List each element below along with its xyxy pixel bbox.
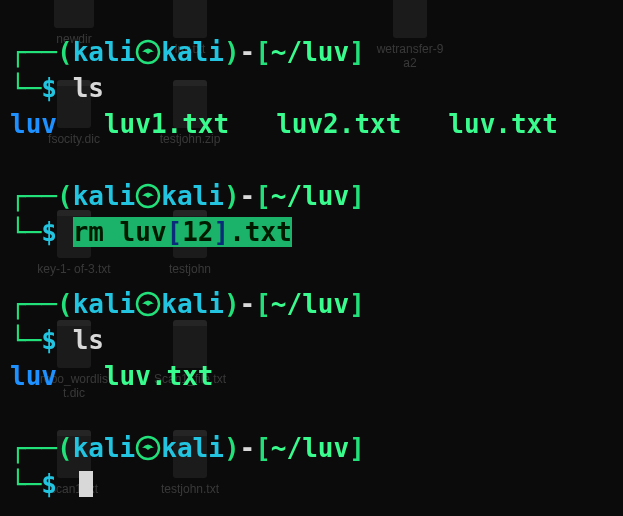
ls-dir: luv <box>10 361 57 391</box>
kali-logo-icon <box>135 181 161 211</box>
ls-file: luv2.txt <box>276 109 401 139</box>
prompt-cwd: ~/luv <box>271 181 349 211</box>
command-text: ls <box>73 73 104 103</box>
prompt-sigil: $ <box>41 217 57 247</box>
ls-file: luv.txt <box>448 109 558 139</box>
prompt-user: kali <box>73 289 136 319</box>
kali-logo-icon <box>135 433 161 463</box>
terminal[interactable]: ┌──(kalikali)-[~/luv]└─$ lsluv luv1.txt … <box>0 0 623 516</box>
prompt-host: kali <box>161 289 224 319</box>
kali-logo-icon <box>135 289 161 319</box>
prompt-user: kali <box>73 37 136 67</box>
prompt-cwd: ~/luv <box>271 37 349 67</box>
command-text: rm luv <box>73 217 167 247</box>
command-text: ls <box>73 325 104 355</box>
prompt-sigil: $ <box>41 469 57 499</box>
prompt-cwd: ~/luv <box>271 289 349 319</box>
command-output: luv luv1.txt luv2.txt luv.txt <box>0 106 623 142</box>
prompt-user: kali <box>73 181 136 211</box>
prompt-user: kali <box>73 433 136 463</box>
ls-dir: luv <box>10 109 57 139</box>
prompt-host: kali <box>161 181 224 211</box>
command-output: luv luv.txt <box>0 358 623 394</box>
terminal-cursor <box>79 471 93 497</box>
prompt-sigil: $ <box>41 325 57 355</box>
prompt-host: kali <box>161 37 224 67</box>
ls-file: luv.txt <box>104 361 214 391</box>
kali-logo-icon <box>135 37 161 67</box>
ls-file: luv1.txt <box>104 109 229 139</box>
prompt-cwd: ~/luv <box>271 433 349 463</box>
prompt-sigil: $ <box>41 73 57 103</box>
prompt-host: kali <box>161 433 224 463</box>
